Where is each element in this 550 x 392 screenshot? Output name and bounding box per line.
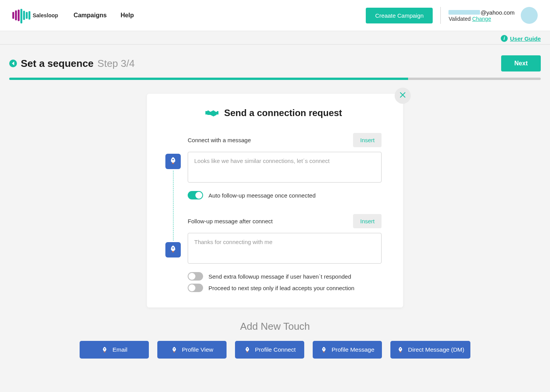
rocket-icon: [170, 346, 178, 354]
header: Salesloop Campaigns Help Creaate Campaig…: [0, 0, 550, 31]
left-rail: [165, 131, 181, 292]
card-content: Connect with a message Insert Auto follo…: [165, 131, 382, 292]
touch-profile-connect-button[interactable]: Profile Connect: [235, 341, 304, 359]
svg-point-3: [172, 247, 174, 249]
email-suffix: @yahoo.com: [480, 9, 515, 16]
touch-btn-label: Direct Message (DM): [408, 346, 464, 353]
connect-message-input[interactable]: [188, 152, 382, 183]
step-indicator: Step 3/4: [97, 58, 135, 70]
proceed-toggle[interactable]: [188, 284, 203, 292]
user-email: @yahoo.com: [448, 9, 515, 16]
close-icon: [399, 90, 407, 101]
connect-label-row: Connect with a message Insert: [188, 131, 382, 147]
validated-label: Validated: [448, 16, 472, 22]
connector-line: [173, 171, 173, 241]
info-icon: i: [501, 35, 508, 42]
rocket-icon: [397, 346, 404, 354]
insert-connect-button[interactable]: Insert: [353, 133, 382, 147]
page-title: Set a sequence: [21, 58, 93, 70]
user-block: @yahoo.com Validated Change: [448, 9, 515, 22]
touch-profile-view-button[interactable]: Profile View: [157, 341, 227, 359]
add-touch-section: Add New Touch Email Profile View Profile…: [0, 321, 550, 359]
extra-followup-toggle[interactable]: [188, 272, 203, 281]
step-node-2: [165, 242, 181, 257]
touch-buttons: Email Profile View Profile Connect Profi…: [0, 341, 550, 359]
sequence-card: Send a connection request: [147, 94, 403, 307]
touch-profile-message-button[interactable]: Profile Message: [313, 341, 382, 359]
connect-label: Connect with a message: [188, 137, 251, 143]
handshake-icon: [205, 108, 219, 118]
user-guide-link[interactable]: User Guide: [510, 35, 541, 42]
svg-point-6: [247, 348, 248, 349]
auto-followup-label: Auto follow-up meessage once connected: [208, 192, 316, 199]
nav-campaigns[interactable]: Campaigns: [73, 12, 107, 19]
nav-help[interactable]: Help: [120, 12, 134, 19]
auto-followup-toggle-row: Auto follow-up meessage once connected: [188, 191, 382, 199]
next-button[interactable]: Next: [501, 55, 541, 71]
validated-row: Validated Change: [448, 16, 491, 22]
card-header: Send a connection request: [165, 108, 382, 118]
form-content: Connect with a message Insert Auto follo…: [188, 131, 382, 292]
followup-message-input[interactable]: [188, 233, 382, 264]
insert-followup-button[interactable]: Insert: [353, 214, 382, 228]
add-touch-title: Add New Touch: [0, 321, 550, 332]
brand-name: Salesloop: [33, 12, 58, 18]
rocket-icon: [320, 346, 328, 354]
touch-direct-message-button[interactable]: Direct Message (DM): [390, 341, 470, 359]
touch-btn-label: Profile Message: [332, 346, 374, 353]
svg-point-8: [400, 348, 401, 349]
svg-rect-1: [217, 111, 218, 115]
close-card-button[interactable]: [395, 88, 411, 104]
touch-btn-label: Profile View: [182, 346, 213, 353]
change-link[interactable]: Change: [472, 16, 491, 22]
followup-label-row: Follow-up message after connect Insert: [188, 212, 382, 228]
auto-followup-toggle[interactable]: [188, 191, 203, 199]
main-area: Send a connection request: [0, 80, 550, 359]
back-button[interactable]: [9, 60, 17, 67]
touch-email-button[interactable]: Email: [80, 341, 149, 359]
svg-rect-0: [205, 111, 207, 115]
touch-btn-label: Email: [112, 346, 127, 353]
proceed-toggle-row: Proceed to next step only if lead accept…: [188, 284, 382, 292]
rocket-icon: [243, 346, 251, 354]
card-title: Send a connection request: [224, 108, 342, 118]
logo[interactable]: Salesloop: [12, 8, 58, 23]
rocket-icon: [169, 245, 177, 255]
step-node-1: [165, 154, 181, 169]
svg-point-2: [172, 159, 174, 160]
touch-btn-label: Profile Connect: [255, 346, 296, 353]
rocket-icon: [169, 156, 177, 166]
svg-point-7: [323, 348, 325, 349]
rocket-icon: [101, 346, 108, 354]
avatar[interactable]: [521, 7, 538, 24]
user-guide: i User Guide: [501, 35, 541, 42]
create-campaign-button[interactable]: Creaate Campaign: [366, 8, 433, 23]
main-nav: Campaigns Help: [73, 12, 134, 19]
subheader: i User Guide: [0, 31, 550, 45]
extra-followup-toggle-row: Send extra followup message if user have…: [188, 272, 382, 281]
email-redacted: [448, 10, 480, 15]
divider: [440, 7, 441, 24]
svg-point-4: [104, 348, 105, 349]
back-arrow-icon: [12, 61, 14, 65]
extra-followup-label: Send extra followup message if user have…: [208, 273, 351, 280]
titlebar: Set a sequence Step 3/4 Next: [0, 45, 550, 78]
proceed-label: Proceed to next step only if lead accept…: [208, 285, 354, 291]
svg-point-5: [174, 348, 175, 349]
logo-bars-icon: [12, 8, 30, 23]
followup-label: Follow-up message after connect: [188, 218, 273, 224]
